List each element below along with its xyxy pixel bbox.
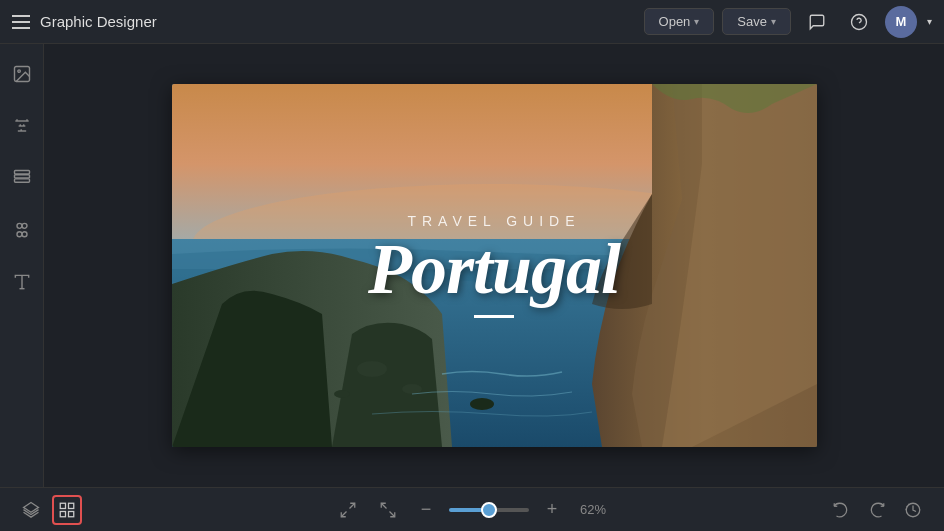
svg-rect-13 [14, 171, 29, 174]
avatar[interactable]: M [885, 6, 917, 38]
filters-tool-icon[interactable] [4, 108, 40, 144]
bottom-left-tools [16, 495, 325, 525]
svg-rect-31 [69, 503, 74, 508]
underline-decoration [474, 315, 514, 318]
svg-line-37 [390, 511, 395, 516]
redo-button[interactable] [862, 495, 892, 525]
portugal-text: Portugal [368, 233, 620, 305]
svg-rect-12 [14, 175, 29, 178]
svg-rect-14 [14, 179, 29, 182]
layers-bottom-icon[interactable] [16, 495, 46, 525]
travel-guide-text: TRAVEL GUIDE [407, 213, 580, 229]
zoom-out-button[interactable]: − [413, 497, 439, 523]
open-chevron-icon: ▾ [694, 16, 699, 27]
zoom-percent: 62% [575, 502, 611, 517]
header-left: Graphic Designer [12, 13, 634, 30]
bottom-right-tools [619, 495, 928, 525]
svg-point-18 [22, 232, 27, 237]
bottom-toolbar: − + 62% [0, 487, 944, 531]
fit-screen-icon[interactable] [333, 495, 363, 525]
svg-line-34 [350, 503, 355, 508]
zoom-in-button[interactable]: + [539, 497, 565, 523]
canvas-text-overlay: TRAVEL GUIDE Portugal [172, 84, 817, 447]
svg-point-0 [852, 14, 867, 29]
save-button[interactable]: Save ▾ [722, 8, 791, 35]
elements-tool-icon[interactable] [4, 212, 40, 248]
help-icon[interactable] [843, 6, 875, 38]
svg-line-36 [381, 503, 386, 508]
svg-rect-32 [60, 511, 65, 516]
comment-icon[interactable] [801, 6, 833, 38]
zoom-slider[interactable] [449, 508, 529, 512]
save-chevron-icon: ▾ [771, 16, 776, 27]
text-tool-icon[interactable] [4, 264, 40, 300]
header-right: M ▾ [801, 6, 932, 38]
fit-all-icon[interactable] [373, 495, 403, 525]
left-sidebar [0, 44, 44, 487]
menu-icon[interactable] [12, 15, 30, 29]
header-center: Open ▾ Save ▾ [644, 8, 791, 35]
svg-rect-33 [69, 511, 74, 516]
top-header: Graphic Designer Open ▾ Save ▾ M ▾ [0, 0, 944, 44]
grid-bottom-icon[interactable] [52, 495, 82, 525]
svg-point-15 [17, 223, 22, 228]
svg-line-35 [341, 511, 346, 516]
layers-tool-icon[interactable] [4, 160, 40, 196]
image-tool-icon[interactable] [4, 56, 40, 92]
bottom-zoom-controls: − + 62% [333, 495, 611, 525]
canvas-wrapper: TRAVEL GUIDE Portugal [172, 84, 817, 447]
undo-button[interactable] [826, 495, 856, 525]
svg-point-16 [22, 223, 27, 228]
open-button[interactable]: Open ▾ [644, 8, 715, 35]
svg-point-17 [17, 232, 22, 237]
app-title: Graphic Designer [40, 13, 157, 30]
main-area: TRAVEL GUIDE Portugal [0, 44, 944, 487]
canvas-area: TRAVEL GUIDE Portugal [44, 44, 944, 487]
history-button[interactable] [898, 495, 928, 525]
svg-rect-30 [60, 503, 65, 508]
canvas-image[interactable]: TRAVEL GUIDE Portugal [172, 84, 817, 447]
avatar-chevron-icon[interactable]: ▾ [927, 16, 932, 27]
svg-point-3 [17, 70, 19, 73]
